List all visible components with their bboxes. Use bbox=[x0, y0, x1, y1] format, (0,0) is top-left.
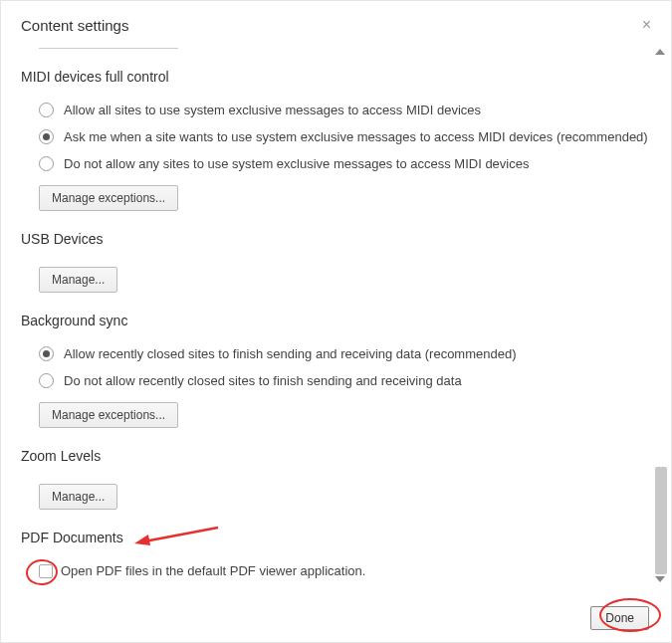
section-midi: MIDI devices full control Allow all site… bbox=[21, 69, 651, 211]
dialog-footer: Done bbox=[1, 594, 671, 642]
radio-icon[interactable] bbox=[39, 373, 54, 388]
scroll-down-icon[interactable] bbox=[655, 576, 665, 582]
checkbox-label: Open PDF files in the default PDF viewer… bbox=[61, 563, 365, 578]
pdf-title: PDF Documents bbox=[21, 530, 651, 545]
radio-icon[interactable] bbox=[39, 103, 54, 117]
section-pdf: PDF Documents Open PDF files in the defa… bbox=[21, 530, 651, 584]
pdf-checkbox-row[interactable]: Open PDF files in the default PDF viewer… bbox=[21, 557, 651, 584]
midi-option-allow-all[interactable]: Allow all sites to use system exclusive … bbox=[21, 97, 651, 123]
zoom-manage-button[interactable]: Manage... bbox=[39, 484, 117, 510]
bgsync-option-allow[interactable]: Allow recently closed sites to finish se… bbox=[21, 340, 651, 367]
radio-label: Do not allow recently closed sites to fi… bbox=[64, 373, 462, 388]
close-icon[interactable]: × bbox=[642, 17, 651, 33]
radio-label: Ask me when a site wants to use system e… bbox=[64, 129, 648, 144]
radio-label: Allow recently closed sites to finish se… bbox=[64, 346, 517, 361]
section-zoom: Zoom Levels Manage... bbox=[21, 448, 651, 510]
radio-label: Do not allow any sites to use system exc… bbox=[64, 156, 529, 171]
bgsync-title: Background sync bbox=[21, 313, 651, 328]
midi-manage-exceptions-button[interactable]: Manage exceptions... bbox=[39, 185, 178, 211]
dialog-header: Content settings × bbox=[1, 1, 671, 42]
zoom-title: Zoom Levels bbox=[21, 448, 651, 464]
midi-option-deny[interactable]: Do not allow any sites to use system exc… bbox=[21, 150, 651, 177]
section-background-sync: Background sync Allow recently closed si… bbox=[21, 313, 651, 428]
content-settings-dialog: Content settings × MIDI devices full con… bbox=[0, 0, 672, 643]
usb-manage-button[interactable]: Manage... bbox=[39, 267, 117, 293]
radio-icon[interactable] bbox=[39, 129, 54, 144]
checkbox-icon[interactable] bbox=[39, 564, 53, 578]
bgsync-manage-exceptions-button[interactable]: Manage exceptions... bbox=[39, 402, 178, 428]
usb-title: USB Devices bbox=[21, 231, 651, 247]
dialog-title: Content settings bbox=[21, 17, 128, 34]
bgsync-option-deny[interactable]: Do not allow recently closed sites to fi… bbox=[21, 367, 651, 394]
radio-icon[interactable] bbox=[39, 346, 54, 361]
done-button[interactable]: Done bbox=[590, 606, 649, 630]
content-scroll-area[interactable]: MIDI devices full control Allow all site… bbox=[1, 49, 671, 586]
section-usb: USB Devices Manage... bbox=[21, 231, 651, 293]
radio-icon[interactable] bbox=[39, 156, 54, 171]
scroll-thumb[interactable] bbox=[655, 467, 667, 574]
radio-label: Allow all sites to use system exclusive … bbox=[64, 103, 481, 117]
midi-option-ask[interactable]: Ask me when a site wants to use system e… bbox=[21, 123, 651, 150]
midi-title: MIDI devices full control bbox=[21, 69, 651, 85]
scroll-up-icon[interactable] bbox=[655, 49, 665, 55]
